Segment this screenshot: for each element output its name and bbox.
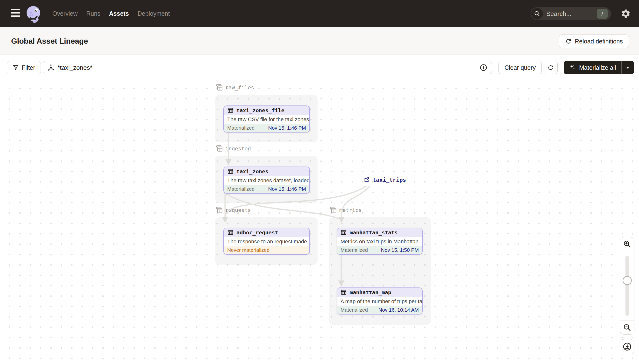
zoom-controls bbox=[620, 237, 634, 334]
edge-taxi_trips-manhattan_stats bbox=[341, 186, 370, 218]
node-timestamp[interactable]: Nov 15, 1:50 PM bbox=[381, 247, 419, 253]
settings-button[interactable] bbox=[621, 9, 631, 19]
node-title: manhattan_map bbox=[350, 290, 391, 296]
search-shortcut-badge: / bbox=[597, 9, 607, 18]
node-timestamp[interactable]: Nov 15, 1:46 PM bbox=[268, 125, 306, 131]
node-description: The raw taxi zones dataset, loaded int… bbox=[224, 176, 309, 185]
nav-item-overview[interactable]: Overview bbox=[53, 10, 78, 17]
table-icon bbox=[227, 107, 234, 114]
page-header: Global Asset Lineage Reload definitions bbox=[0, 27, 639, 55]
materialize-all-split-button: Materialize all bbox=[564, 61, 634, 74]
search-icon bbox=[531, 8, 543, 20]
node-status: Materialized bbox=[227, 125, 255, 131]
node-description: The response to an request made in th… bbox=[224, 237, 309, 246]
asset-node-adhoc-request[interactable]: adhoc_request The response to an request… bbox=[223, 228, 310, 255]
asset-node-taxi-zones[interactable]: taxi_zones The raw taxi zones dataset, l… bbox=[223, 166, 310, 194]
nav-item-deployment[interactable]: Deployment bbox=[138, 10, 170, 17]
gear-icon bbox=[621, 9, 631, 19]
table-icon bbox=[227, 229, 234, 236]
page-title: Global Asset Lineage bbox=[11, 27, 88, 55]
asset-node-taxi-zones-file[interactable]: taxi_zones_file The raw CSV file for the… bbox=[223, 106, 310, 132]
zoom-in-button[interactable] bbox=[620, 237, 634, 251]
asset-selection-value: *taxi_zones* bbox=[58, 64, 480, 72]
table-icon bbox=[227, 168, 234, 174]
caret-down-icon bbox=[625, 66, 630, 69]
asset-selection-input[interactable]: *taxi_zones* bbox=[43, 61, 492, 74]
filter-button[interactable]: Filter bbox=[7, 61, 41, 74]
node-title: adhoc_request bbox=[236, 230, 278, 236]
zoom-in-icon bbox=[623, 240, 631, 248]
node-title: taxi_zones bbox=[236, 168, 268, 174]
node-description: The raw CSV file for the taxi zones dat… bbox=[224, 115, 309, 124]
download-image-button[interactable] bbox=[620, 339, 634, 354]
sparkles-icon bbox=[569, 64, 576, 71]
primary-nav: Overview Runs Assets Deployment bbox=[53, 0, 170, 27]
nav-item-runs[interactable]: Runs bbox=[86, 10, 100, 17]
clear-query-button[interactable]: Clear query bbox=[498, 61, 542, 74]
zoom-slider-thumb[interactable] bbox=[622, 276, 632, 285]
node-status: Materialized bbox=[227, 186, 255, 192]
materialize-options-caret[interactable] bbox=[621, 61, 634, 74]
refresh-graph-button[interactable] bbox=[544, 61, 558, 74]
search-input[interactable]: Search... / bbox=[530, 7, 611, 20]
hamburger-menu-button[interactable] bbox=[11, 9, 20, 18]
node-timestamp[interactable]: Nov 15, 1:46 PM bbox=[268, 186, 306, 192]
hamburger-icon bbox=[11, 9, 20, 10]
lineage-edges bbox=[0, 80, 639, 364]
node-timestamp[interactable]: Nov 16, 10:14 AM bbox=[378, 307, 419, 313]
node-status: Materialized bbox=[341, 247, 368, 253]
table-icon bbox=[341, 289, 347, 296]
node-status: Never materialized bbox=[227, 247, 270, 253]
dagster-app: Overview Runs Assets Deployment Search..… bbox=[0, 0, 639, 364]
zoom-out-button[interactable] bbox=[620, 321, 634, 334]
table-icon bbox=[341, 229, 347, 236]
zoom-slider-track[interactable] bbox=[625, 256, 629, 316]
dagster-logo bbox=[25, 5, 42, 23]
node-title: taxi_zones_file bbox=[236, 108, 284, 114]
search-placeholder: Search... bbox=[546, 10, 597, 18]
graph-selector-icon bbox=[47, 64, 55, 71]
external-link-icon bbox=[363, 176, 370, 183]
nav-item-assets[interactable]: Assets bbox=[109, 10, 129, 17]
node-description: Metrics on taxi trips in Manhattan bbox=[337, 237, 422, 246]
query-info-icon[interactable] bbox=[480, 64, 487, 72]
download-icon bbox=[622, 342, 632, 351]
refresh-icon bbox=[565, 38, 572, 45]
node-status: Materialized bbox=[341, 307, 368, 313]
external-asset-taxi-trips[interactable]: taxi_trips bbox=[363, 176, 406, 183]
lineage-canvas[interactable]: raw_files ingested requests bbox=[0, 80, 639, 364]
refresh-icon bbox=[547, 64, 554, 71]
asset-node-manhattan-stats[interactable]: manhattan_stats Metrics on taxi trips in… bbox=[337, 228, 423, 255]
lineage-toolbar: Filter *taxi_zones* Clear query bbox=[0, 55, 639, 80]
node-title: manhattan_stats bbox=[350, 230, 398, 236]
reload-definitions-button[interactable]: Reload definitions bbox=[559, 34, 629, 48]
materialize-all-button[interactable]: Materialize all bbox=[564, 61, 621, 74]
node-description: A map of the number of trips per taxi z… bbox=[337, 297, 422, 306]
asset-node-manhattan-map[interactable]: manhattan_map A map of the number of tri… bbox=[337, 288, 423, 314]
zoom-out-icon bbox=[623, 324, 631, 332]
top-nav-bar: Overview Runs Assets Deployment Search..… bbox=[0, 0, 639, 27]
zoom-slider[interactable] bbox=[620, 251, 634, 321]
filter-icon bbox=[13, 64, 19, 71]
